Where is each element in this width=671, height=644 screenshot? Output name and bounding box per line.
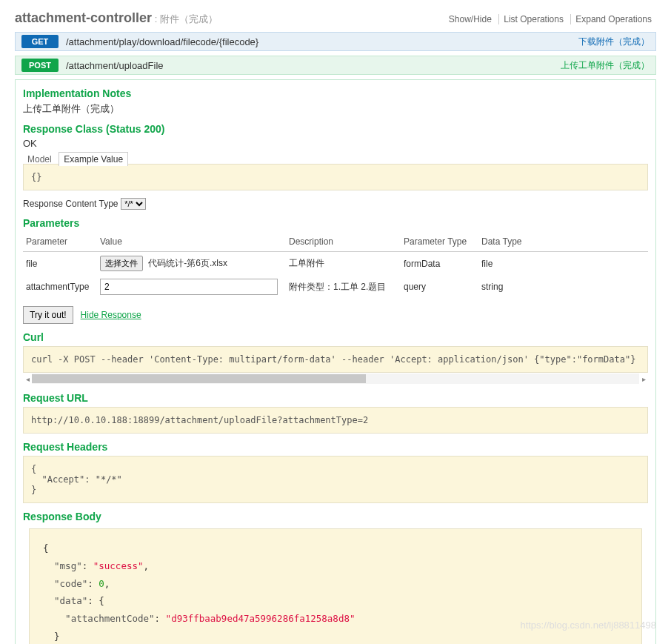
param-desc: 工单附件 (286, 252, 401, 276)
controller-header: attachment-controller : 附件（完成） Show/Hide… (15, 7, 656, 32)
param-datatype: file (478, 252, 648, 276)
impl-notes-text: 上传工单附件（完成） (23, 102, 648, 116)
controller-name[interactable]: attachment-controller (15, 10, 152, 25)
choose-file-button[interactable]: 选择文件 (100, 256, 143, 271)
tab-example-value[interactable]: Example Value (59, 152, 128, 166)
operation-panel: Implementation Notes 上传工单附件（完成） Response… (15, 79, 656, 644)
request-headers-block[interactable]: { "Accept": "*/*" } (23, 456, 648, 503)
col-value: Value (97, 232, 286, 252)
param-desc: 附件类型：1.工单 2.题目 (286, 275, 401, 299)
endpoint-summary: 下载附件（完成） (578, 36, 650, 48)
example-tabs: Model Example Value (23, 153, 648, 165)
param-name: attachmentType (23, 275, 97, 299)
operation-get[interactable]: GET /attachment/play/download/filecode/{… (15, 32, 656, 51)
endpoint-path: /attachment/play/download/filecode/{file… (59, 36, 578, 47)
controller-links: Show/Hide List Operations Expand Operati… (444, 14, 656, 24)
parameters-table: Parameter Value Description Parameter Ty… (23, 232, 648, 299)
curl-title: Curl (23, 331, 648, 343)
expand-ops-link[interactable]: Expand Operations (570, 14, 656, 24)
scroll-right-icon[interactable]: ▸ (639, 374, 648, 384)
try-it-out-button[interactable]: Try it out! (23, 306, 73, 324)
endpoint-path: /attachment/uploadFile (59, 60, 561, 71)
response-content-type-label: Response Content Type (23, 199, 118, 209)
param-type: query (401, 275, 478, 299)
controller-desc: : 附件（完成） (152, 13, 218, 24)
http-method-post: POST (21, 59, 59, 72)
attachment-type-input[interactable] (100, 279, 278, 295)
param-type: formData (401, 252, 478, 276)
param-datatype: string (478, 275, 648, 299)
response-content-type-select[interactable]: */* (121, 198, 146, 210)
response-body-title: Response Body (23, 511, 648, 522)
selected-file-name: 代码统计-第6页.xlsx (145, 258, 227, 268)
resp-code: 0 (99, 578, 104, 589)
operation-post[interactable]: POST /attachment/uploadFile 上传工单附件（完成） (15, 56, 656, 75)
horizontal-scrollbar[interactable]: ◂ ▸ (23, 373, 648, 385)
scroll-thumb[interactable] (32, 374, 366, 383)
col-data-type: Data Type (478, 232, 648, 252)
parameters-title: Parameters (23, 217, 648, 229)
request-url-block[interactable]: http://10.0.10.188:18899/attachment/uplo… (23, 407, 648, 434)
table-row: file 选择文件 代码统计-第6页.xlsx 工单附件 formData fi… (23, 252, 648, 276)
hide-response-link[interactable]: Hide Response (81, 310, 141, 320)
show-hide-link[interactable]: Show/Hide (444, 14, 496, 24)
col-parameter-type: Parameter Type (401, 232, 478, 252)
tab-model[interactable]: Model (23, 153, 56, 166)
col-description: Description (286, 232, 401, 252)
impl-notes-title: Implementation Notes (23, 87, 648, 99)
response-body-block[interactable]: { "msg": "success", "code": 0, "data": {… (29, 528, 642, 644)
table-row: attachmentType 附件类型：1.工单 2.题目 query stri… (23, 275, 648, 299)
http-method-get: GET (21, 35, 59, 48)
attachment-code: d93ffbaab9ed47a5996286fa1258a8d8 (171, 613, 350, 624)
response-status: OK (23, 138, 648, 149)
list-ops-link[interactable]: List Operations (498, 14, 568, 24)
scroll-left-icon[interactable]: ◂ (23, 374, 32, 384)
curl-block[interactable]: curl -X POST --header 'Content-Type: mul… (23, 346, 648, 373)
request-url-title: Request URL (23, 392, 648, 404)
example-value-block[interactable]: {} (23, 164, 648, 190)
col-parameter: Parameter (23, 232, 97, 252)
request-headers-title: Request Headers (23, 441, 648, 453)
resp-msg: success (99, 560, 138, 571)
response-class-title: Response Class (Status 200) (23, 123, 648, 135)
param-name: file (23, 252, 97, 276)
endpoint-summary: 上传工单附件（完成） (561, 59, 650, 72)
